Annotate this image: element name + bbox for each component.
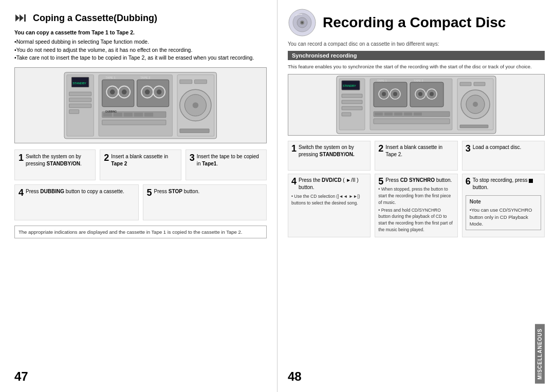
right-page: Recording a Compact Disc You can record … [278, 0, 555, 392]
svg-rect-49 [342, 100, 362, 104]
cd-icon [288, 8, 317, 37]
svg-rect-65 [384, 113, 393, 116]
step-1-number: 1 [18, 153, 24, 162]
note-text: •You can use CD/SYNCHRO button only in C… [470, 207, 537, 227]
right-note-box: Note •You can use CD/SYNCHRO button only… [466, 195, 541, 230]
left-title-row: Coping a Cassette(Dubbing) [14, 12, 267, 24]
svg-text:STANDBY: STANDBY [72, 81, 86, 84]
step-1-text: Switch the system on by pressing STANDBY… [26, 154, 82, 166]
svg-point-57 [393, 92, 397, 96]
right-bottom-row: 48 MISCELLANEOUS [288, 324, 545, 384]
left-title: Coping a Cassette(Dubbing) [33, 13, 157, 24]
left-step-5: 5 Press STOP button. [143, 184, 267, 220]
step-4-number: 4 [18, 188, 24, 197]
left-step-3: 3 Insert the tape to be copied in Tape1. [186, 150, 267, 180]
svg-point-55 [382, 92, 386, 96]
cassette-deck-svg: STANDBY [21, 70, 260, 141]
instructions-bold-line: You can copy a cassette from Tape 1 to T… [14, 29, 267, 37]
svg-rect-67 [404, 113, 412, 116]
svg-rect-64 [375, 113, 383, 116]
miscellaneous-tab: MISCELLANEOUS [535, 324, 545, 384]
svg-rect-75 [474, 82, 485, 86]
right-title-row: Recording a Compact Disc [288, 8, 545, 37]
right-step-5-number: 5 [378, 177, 383, 186]
svg-point-32 [193, 102, 198, 108]
right-step-6-number: 6 [466, 177, 471, 186]
svg-point-60 [418, 92, 422, 96]
svg-rect-68 [414, 113, 422, 116]
right-step-4-bullets: • Use the CD selection (|◄◄ ►►|) buttons… [291, 193, 367, 207]
dubbing-icon [14, 12, 29, 24]
svg-rect-51 [342, 113, 351, 116]
svg-rect-23 [103, 113, 112, 117]
svg-text:STANDBY: STANDBY [343, 84, 356, 87]
svg-rect-34 [195, 80, 207, 84]
left-page-number: 47 [14, 365, 267, 384]
svg-rect-74 [460, 82, 471, 86]
svg-rect-33 [180, 80, 192, 84]
right-step-1-number: 1 [291, 144, 297, 153]
svg-point-14 [110, 89, 115, 95]
left-instructions: You can copy a cassette from Tape 1 to T… [14, 29, 267, 62]
svg-text:TAPE 2: TAPE 2 [140, 76, 150, 79]
right-subtitle: You can record a compact disc on a casse… [288, 41, 545, 47]
right-step-2-text: Insert a blank cassette in Tape 2. [385, 144, 442, 157]
svg-text:DUBBING: DUBBING [106, 110, 117, 113]
right-title: Recording a Compact Disc [323, 14, 506, 31]
svg-text:TAPE 1: TAPE 1 [377, 79, 387, 82]
right-device-image: STANDBY [288, 74, 545, 136]
svg-point-19 [145, 89, 150, 95]
right-step-2-number: 2 [378, 144, 383, 153]
page-container: Coping a Cassette(Dubbing) You can copy … [0, 0, 555, 392]
right-step-6: 6 To stop recording, press button. Note … [462, 174, 545, 237]
left-step-4: 4 Press DUBBING button to copy a cassett… [14, 184, 139, 220]
right-step-1-text: Switch the system on by pressing STANDBY… [299, 144, 355, 157]
svg-rect-27 [144, 113, 153, 117]
cd-deck-svg: STANDBY [288, 74, 544, 135]
svg-marker-0 [15, 14, 20, 22]
svg-rect-76 [460, 125, 488, 128]
svg-text:TAPE 1: TAPE 1 [106, 76, 116, 79]
svg-rect-8 [69, 98, 91, 102]
left-device-image: STANDBY [14, 67, 267, 143]
right-step-4-text: Press the DVD/CD ( ►/II ) button. [299, 177, 359, 190]
right-step-2: 2 Insert a blank cassette in Tape 2. [375, 141, 457, 171]
step-3-number: 3 [190, 153, 195, 162]
right-step-3-number: 3 [466, 144, 471, 153]
left-steps-bottom: 4 Press DUBBING button to copy a cassett… [14, 184, 267, 220]
right-step-3: 3 Load a compact disc. [462, 141, 545, 171]
right-step-1: 1 Switch the system on by pressing STAND… [288, 141, 371, 171]
svg-point-43 [301, 22, 303, 24]
svg-rect-26 [134, 113, 143, 117]
svg-rect-69 [374, 119, 450, 124]
instruction-bullet-3: •Take care not to insert the tape to be … [14, 54, 267, 62]
stop-icon [529, 179, 533, 183]
svg-rect-66 [394, 113, 402, 116]
note-title: Note [470, 198, 537, 206]
right-steps-top: 1 Switch the system on by pressing STAND… [288, 141, 545, 171]
svg-point-21 [157, 89, 162, 95]
step-5-text: Press STOP button. [154, 189, 200, 194]
left-step-2: 2 Insert a blank cassette in Tape 2 [100, 150, 181, 180]
svg-point-73 [473, 102, 478, 107]
instruction-bullet-2: •You do not need to adjust the volume, a… [14, 46, 267, 54]
step-2-number: 2 [104, 153, 109, 162]
right-page-number: 48 [288, 369, 302, 384]
left-step-1: 1 Switch the system on by pressing STAND… [14, 150, 96, 180]
step-3-text: Insert the tape to be copied in Tape1. [197, 154, 259, 166]
svg-point-16 [122, 89, 127, 95]
right-step-4: 4 Press the DVD/CD ( ►/II ) button. • Us… [288, 174, 371, 237]
left-steps-top: 1 Switch the system on by pressing STAND… [14, 150, 267, 180]
svg-rect-50 [342, 106, 362, 110]
right-steps-bottom: 4 Press the DVD/CD ( ►/II ) button. • Us… [288, 174, 545, 237]
step-5-number: 5 [147, 188, 152, 197]
svg-rect-7 [69, 92, 91, 96]
step-2-text: Insert a blank cassette in Tape 2 [111, 154, 168, 166]
left-note-text: The appropriate indications are displaye… [18, 229, 242, 235]
svg-rect-9 [69, 104, 91, 108]
svg-rect-25 [124, 113, 133, 117]
svg-rect-28 [102, 120, 166, 125]
svg-rect-35 [180, 128, 209, 133]
svg-rect-2 [24, 14, 26, 22]
right-step-3-text: Load a compact disc. [473, 144, 522, 150]
